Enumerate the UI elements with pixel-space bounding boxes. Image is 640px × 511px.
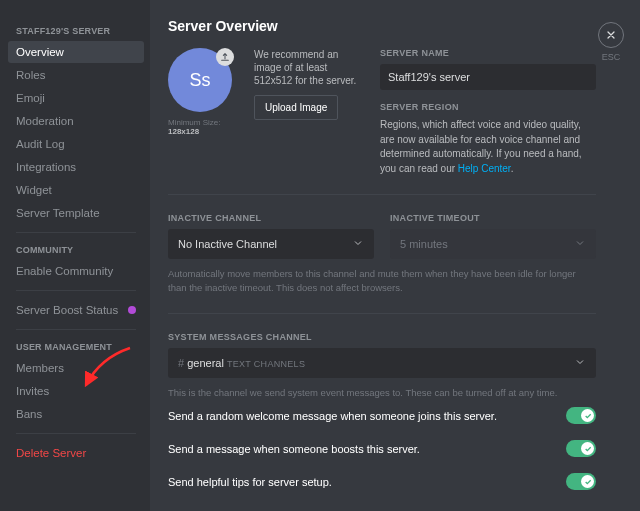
sidebar-category-user-management: USER MANAGEMENT <box>8 338 144 356</box>
select-value: 5 minutes <box>400 238 448 250</box>
divider <box>16 329 136 330</box>
chevron-down-icon <box>574 356 586 370</box>
toggle-row: Send a message when someone boosts this … <box>168 432 596 465</box>
toggle-row: Send a random welcome message when someo… <box>168 399 596 432</box>
inactive-timeout-select[interactable]: 5 minutes <box>390 229 596 259</box>
server-region-label: SERVER REGION <box>380 102 596 112</box>
select-value: No Inactive Channel <box>178 238 277 250</box>
inactive-channel-select[interactable]: No Inactive Channel <box>168 229 374 259</box>
sidebar-item-server-boost[interactable]: Server Boost Status <box>8 299 144 321</box>
sidebar-item-overview[interactable]: Overview <box>8 41 144 63</box>
upload-image-button[interactable]: Upload Image <box>254 95 338 120</box>
server-region-text: Regions, which affect voice and video qu… <box>380 118 596 176</box>
divider <box>16 433 136 434</box>
boost-message-toggle[interactable] <box>566 440 596 457</box>
divider <box>16 232 136 233</box>
settings-sidebar: STAFF129'S SERVER Overview Roles Emoji M… <box>0 0 150 511</box>
sidebar-item-invites[interactable]: Invites <box>8 380 144 402</box>
inactive-channel-label: INACTIVE CHANNEL <box>168 213 374 223</box>
server-name-label: SERVER NAME <box>380 48 596 58</box>
system-help-text: This is the channel we send system event… <box>168 386 596 400</box>
close-button[interactable]: ESC <box>598 22 624 62</box>
welcome-message-toggle[interactable] <box>566 407 596 424</box>
chevron-down-icon <box>574 237 586 251</box>
sidebar-item-members[interactable]: Members <box>8 357 144 379</box>
help-center-link[interactable]: Help Center <box>458 163 511 174</box>
sidebar-item-label: Server Boost Status <box>16 304 118 316</box>
divider <box>168 313 596 314</box>
hash-icon: # <box>178 357 187 369</box>
avatar-initials: Ss <box>189 70 210 91</box>
toggle-label: Send a message when someone boosts this … <box>168 443 420 455</box>
server-name-input[interactable] <box>380 64 596 90</box>
sidebar-item-widget[interactable]: Widget <box>8 179 144 201</box>
sidebar-item-integrations[interactable]: Integrations <box>8 156 144 178</box>
divider <box>168 194 596 195</box>
server-avatar[interactable]: Ss <box>168 48 232 112</box>
sidebar-item-roles[interactable]: Roles <box>8 64 144 86</box>
sidebar-item-audit-log[interactable]: Audit Log <box>8 133 144 155</box>
chevron-down-icon <box>352 237 364 251</box>
close-icon <box>598 22 624 48</box>
divider <box>16 290 136 291</box>
sidebar-item-enable-community[interactable]: Enable Community <box>8 260 144 282</box>
channel-category: TEXT CHANNELS <box>227 359 305 369</box>
recommend-text: We recommend an image of at least 512x51… <box>254 48 364 87</box>
toggle-row: Send helpful tips for server setup. <box>168 465 596 498</box>
sidebar-item-emoji[interactable]: Emoji <box>8 87 144 109</box>
main-content: ESC Server Overview Ss Minimum Size: 128… <box>150 0 640 511</box>
sidebar-item-server-template[interactable]: Server Template <box>8 202 144 224</box>
inactive-timeout-label: INACTIVE TIMEOUT <box>390 213 596 223</box>
toggle-label: Send a random welcome message when someo… <box>168 410 497 422</box>
channel-name: general <box>187 357 224 369</box>
system-channel-select[interactable]: # general TEXT CHANNELS <box>168 348 596 378</box>
inactive-help-text: Automatically move members to this chann… <box>168 267 596 295</box>
boost-icon <box>128 306 136 314</box>
upload-icon <box>216 48 234 66</box>
sidebar-category-community: COMMUNITY <box>8 241 144 259</box>
toggle-label: Send helpful tips for server setup. <box>168 476 332 488</box>
sidebar-item-moderation[interactable]: Moderation <box>8 110 144 132</box>
minimum-size-note: Minimum Size: 128x128 <box>168 118 238 136</box>
sidebar-item-delete-server[interactable]: Delete Server <box>8 442 144 464</box>
page-title: Server Overview <box>168 18 596 34</box>
close-label: ESC <box>602 52 621 62</box>
sidebar-item-bans[interactable]: Bans <box>8 403 144 425</box>
sidebar-category-server: STAFF129'S SERVER <box>8 22 144 40</box>
system-channel-label: SYSTEM MESSAGES CHANNEL <box>168 332 596 342</box>
setup-tips-toggle[interactable] <box>566 473 596 490</box>
